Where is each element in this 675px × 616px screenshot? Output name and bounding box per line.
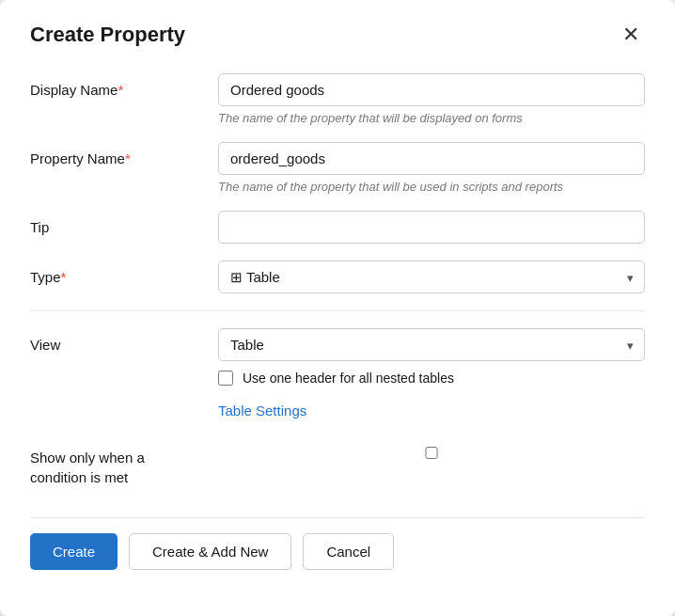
table-settings-row: Table Settings: [30, 403, 645, 422]
display-name-input[interactable]: [218, 73, 645, 106]
type-label: Type*: [30, 261, 218, 285]
type-select-wrapper: ⊞ Table Text Number Date Boolean ▾: [218, 261, 645, 293]
view-select[interactable]: Table List Grid: [218, 328, 645, 361]
dialog-title: Create Property: [30, 23, 185, 47]
create-property-dialog: Create Property ✕ Display Name* The name…: [0, 0, 675, 616]
close-button[interactable]: ✕: [617, 23, 645, 47]
type-row: Type* ⊞ Table Text Number Date Boolean ▾: [30, 261, 645, 293]
tip-label: Tip: [30, 211, 218, 235]
table-settings-link[interactable]: Table Settings: [218, 403, 645, 419]
table-settings-spacer: [30, 403, 218, 411]
display-name-hint: The name of the property that will be di…: [218, 111, 645, 125]
view-row: View Table List Grid ▾ Use one header fo…: [30, 328, 645, 386]
property-name-row: Property Name* The name of the property …: [30, 142, 645, 194]
tip-input[interactable]: [218, 211, 645, 244]
property-name-input[interactable]: [218, 142, 645, 175]
dialog-footer: Create Create & Add New Cancel: [30, 517, 645, 570]
property-name-field: The name of the property that will be us…: [218, 142, 645, 194]
table-settings-field: Table Settings: [218, 403, 645, 422]
display-name-field: The name of the property that will be di…: [218, 73, 645, 125]
view-label: View: [30, 328, 218, 353]
use-one-header-checkbox[interactable]: [218, 371, 233, 386]
show-condition-field: [218, 439, 645, 459]
show-condition-text: Show only when acondition is met: [30, 450, 145, 485]
tip-field: [218, 211, 645, 244]
display-name-row: Display Name* The name of the property t…: [30, 73, 645, 125]
show-condition-label: Show only when acondition is met: [30, 439, 218, 487]
view-field: Table List Grid ▾ Use one header for all…: [218, 328, 645, 386]
cancel-button[interactable]: Cancel: [303, 533, 394, 570]
type-select[interactable]: ⊞ Table Text Number Date Boolean: [218, 261, 645, 293]
dialog-header: Create Property ✕: [30, 23, 645, 47]
show-condition-checkbox[interactable]: [218, 447, 645, 459]
tip-row: Tip: [30, 211, 645, 244]
create-button[interactable]: Create: [30, 533, 118, 570]
property-name-label: Property Name*: [30, 142, 218, 166]
property-name-hint: The name of the property that will be us…: [218, 180, 645, 194]
use-one-header-label: Use one header for all nested tables: [243, 371, 454, 386]
create-add-new-button[interactable]: Create & Add New: [129, 533, 291, 570]
use-one-header-row: Use one header for all nested tables: [218, 371, 645, 386]
type-field: ⊞ Table Text Number Date Boolean ▾: [218, 261, 645, 293]
display-name-label: Display Name*: [30, 73, 218, 98]
divider: [30, 310, 645, 311]
view-select-wrapper: Table List Grid ▾: [218, 328, 645, 361]
show-condition-row: Show only when acondition is met: [30, 439, 645, 487]
